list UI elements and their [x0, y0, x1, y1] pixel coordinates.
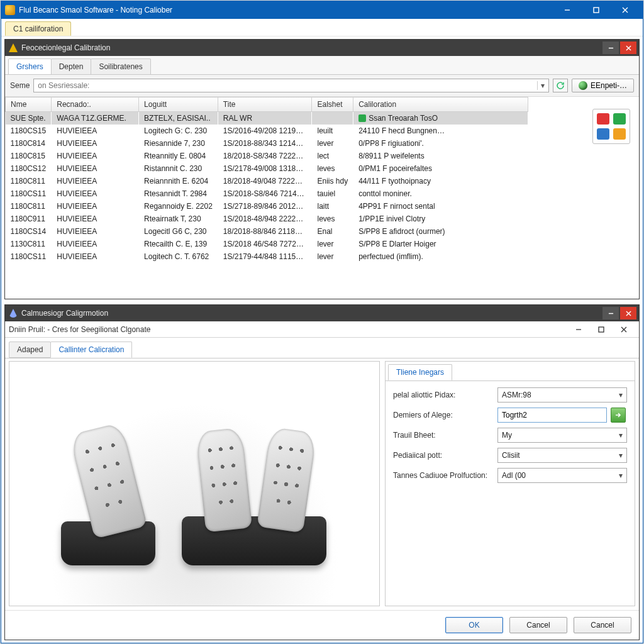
export-button[interactable]: EEnpeti-… [572, 79, 634, 92]
tab-adaped[interactable]: Adaped [9, 341, 51, 358]
col-rec[interactable]: Recnado:. [52, 97, 139, 112]
col-cal[interactable]: Caliloration [353, 97, 528, 112]
globe-icon [579, 81, 587, 90]
palette-swatch-icon[interactable] [597, 113, 609, 125]
table-cell: S/PP8 E afidroct (ourmer) [353, 225, 528, 238]
cancel-button-2[interactable]: Cancel [574, 617, 631, 633]
field-label: pelal aliottic Pidax: [393, 391, 494, 399]
table-cell: Ssan Treoarah TosO [353, 112, 528, 125]
table-cell: SUE Spte. [6, 112, 52, 125]
table-cell: leves [312, 213, 353, 225]
refresh-button[interactable] [553, 79, 568, 92]
minimize-button[interactable] [553, 3, 581, 17]
device-preview-pane [9, 361, 380, 606]
pedal-icon [196, 428, 252, 533]
table-cell: HUVIEIEEA [52, 250, 139, 263]
table-cell: 0/PM1 F poceirefaltes [353, 162, 528, 175]
panel-a-minimize[interactable] [602, 42, 619, 54]
chevron-down-icon: ▾ [619, 471, 623, 480]
table-cell: 1180CS11 [6, 250, 52, 263]
table-row[interactable]: 1180CS11HUVIEIEEARtesannidt T. 29841S/20… [6, 187, 528, 200]
pedal-pidax-select[interactable]: ASMr:98▾ [497, 387, 627, 402]
col-ealt[interactable]: Ealshet [312, 97, 353, 112]
col-tite[interactable]: Tite [218, 97, 312, 112]
table-row[interactable]: 1180C811HUVIEIEEAReiannnith E. 620418/20… [6, 175, 528, 187]
app-icon [5, 5, 15, 15]
table-row[interactable]: 1180C814HUVIEIEEARiesannide 7, 2301S/201… [6, 137, 528, 150]
tool-palette[interactable] [592, 109, 630, 144]
close-button[interactable] [611, 3, 639, 17]
palette-swatch-icon[interactable] [613, 128, 626, 140]
palette-swatch-icon[interactable] [613, 113, 626, 125]
tab-depten[interactable]: Depten [51, 58, 92, 74]
table-cell: 18/2018-S8/348 7222… [218, 150, 312, 162]
table-row[interactable]: 1180C811HUVIEIEEARegannoidy E. 22021S/27… [6, 200, 528, 213]
table-row[interactable]: 1180C911HUVIEIEEARteairnatk T, 2301S/201… [6, 213, 528, 225]
table-wrap[interactable]: Nme Recnado:. Loguitt Tite Ealshet Calil… [5, 97, 639, 299]
tab-grshers[interactable]: Grshers [8, 58, 52, 74]
col-log[interactable]: Loguitt [139, 97, 218, 112]
panel-b-body: Adaped Callinter Calicration Tliene Ine [5, 338, 639, 640]
trauil-select[interactable]: My▾ [497, 428, 627, 443]
field-label: Demiers of Alege: [393, 411, 494, 419]
table-cell: 1130C811 [6, 238, 52, 250]
table-header-row: Nme Recnado:. Loguitt Tite Ealshet Calil… [6, 97, 528, 112]
table-cell: 1180C811 [6, 175, 52, 187]
ok-button[interactable]: OK [445, 617, 503, 633]
table-row[interactable]: 1180C815HUVIEIEEARteannitly E. 080418/20… [6, 150, 528, 162]
properties-grid: pelal aliottic Pidax: ASMr:98▾ Demiers o… [386, 381, 635, 489]
pediaical-select[interactable]: Clisiit▾ [497, 448, 627, 463]
search-input[interactable] [34, 81, 537, 90]
sub-close-button[interactable] [613, 323, 635, 336]
warning-icon [9, 43, 18, 52]
pedal-base-icon [182, 516, 326, 565]
panel-a-close[interactable] [620, 42, 636, 54]
palette-swatch-icon[interactable] [597, 128, 609, 140]
table-cell: HUVIEIEEA [52, 187, 139, 200]
demiers-input[interactable]: Togrth2 [497, 408, 607, 423]
cancel-button[interactable]: Cancel [509, 617, 567, 633]
dialog-buttons: OK Cancel Cancel [5, 610, 639, 640]
table-row[interactable]: 1180CS12HUVIEIEEARistannnit C. 2301S/217… [6, 162, 528, 175]
chevron-down-icon[interactable]: ▾ [537, 81, 548, 90]
apply-button[interactable] [611, 408, 626, 423]
tannes-select[interactable]: Adl (00▾ [497, 468, 627, 483]
sub-maximize-button[interactable] [590, 323, 613, 336]
table-cell: Rteairnatk T, 230 [139, 213, 218, 225]
table-body: SUE Spte.WAGA T1Z.GERME.BZTELX, EASISAI.… [6, 112, 528, 264]
chevron-down-icon: ▾ [619, 451, 623, 460]
table-cell: perfectued (imflim). [353, 250, 528, 263]
tab-tliene[interactable]: Tliene Inegars [388, 364, 452, 380]
table-cell: HUVIEIEEA [52, 125, 139, 137]
table-cell: RAL WR [218, 112, 312, 125]
export-label: EEnpeti-… [591, 81, 627, 90]
svg-rect-0 [594, 8, 599, 13]
select-value: Adl (00 [502, 471, 526, 480]
arrow-right-icon [614, 411, 622, 419]
maximize-button[interactable] [582, 3, 610, 17]
select-value: Clisiit [502, 451, 520, 460]
table-row[interactable]: SUE Spte.WAGA T1Z.GERME.BZTELX, EASISAI.… [6, 112, 528, 125]
sub-minimize-button[interactable] [567, 323, 590, 336]
refresh-icon [556, 81, 565, 90]
calibration-table: Nme Recnado:. Loguitt Tite Ealshet Calil… [5, 97, 528, 263]
panel-b-close[interactable] [620, 307, 636, 319]
col-nme[interactable]: Nme [6, 97, 52, 112]
tab-callinter[interactable]: Callinter Calicration [50, 341, 132, 358]
menubar: C1 cailiforation [1, 19, 643, 36]
table-row[interactable]: 1180CS14HUVIEIEEALogecitl G6 C, 23018/20… [6, 225, 528, 238]
detail-icon [9, 309, 18, 318]
search-combobox[interactable]: ▾ [33, 79, 549, 92]
table-row[interactable]: 1180CS11HUVIEIEEALogitech C. T. 67621S/2… [6, 250, 528, 263]
panel-b-minimize[interactable] [602, 307, 619, 319]
table-cell: 1180CS14 [6, 225, 52, 238]
panel-a-title: Feocecionlegal Calibration [21, 43, 601, 52]
table-cell: Logecitl G6 C, 230 [139, 225, 218, 238]
table-cell: HUVIEIEEA [52, 137, 139, 150]
tab-soilibratenes[interactable]: Soilibratenes [91, 58, 150, 74]
table-row[interactable]: 1180CS15HUVIEIEEALogitech G: C. 2301S/20… [6, 125, 528, 137]
tab-calibration[interactable]: C1 cailiforation [5, 21, 71, 36]
table-cell: Riesannide 7, 230 [139, 137, 218, 150]
table-cell: Ristannnit C. 230 [139, 162, 218, 175]
table-row[interactable]: 1130C811HUVIEIEEARtecailth C. E, 1391S/2… [6, 238, 528, 250]
